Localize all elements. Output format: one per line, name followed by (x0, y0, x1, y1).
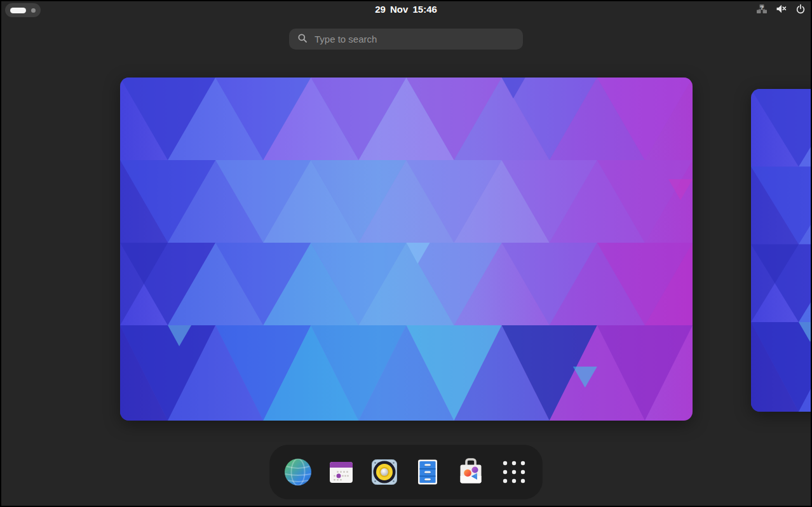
software-store-bag-icon (456, 457, 486, 487)
active-workspace-pill (10, 8, 26, 13)
search-input[interactable] (313, 33, 515, 45)
app-music-player[interactable] (369, 457, 400, 487)
app-file-manager[interactable] (412, 457, 443, 487)
workspace-preview-current[interactable] (120, 78, 693, 421)
show-applications-button[interactable] (499, 457, 529, 487)
network-wired-unknown-icon: ? (756, 4, 768, 14)
music-speaker-icon (369, 457, 400, 487)
file-manager-cabinet-icon (412, 457, 443, 487)
svg-text:?: ? (760, 4, 764, 11)
inactive-workspace-dot (31, 8, 36, 13)
top-bar: 29 Nov 15:46 ? (0, 0, 812, 18)
workspace-indicator-pill[interactable] (5, 3, 41, 17)
clock[interactable]: 29 Nov 15:46 (375, 4, 437, 15)
calendar-icon (326, 457, 356, 487)
volume-muted-icon (776, 4, 787, 14)
system-status-area[interactable]: ? (756, 0, 806, 18)
dash (269, 445, 543, 499)
web-browser-globe-icon (283, 457, 313, 487)
app-software-store[interactable] (456, 457, 486, 487)
wallpaper-art (751, 89, 812, 412)
app-calendar[interactable] (326, 457, 356, 487)
workspace-preview-next[interactable] (751, 89, 812, 412)
power-icon (795, 4, 806, 14)
wallpaper-art (120, 78, 693, 421)
search-icon (297, 33, 308, 46)
app-web-browser[interactable] (283, 457, 313, 487)
show-applications-grid-icon (499, 457, 529, 487)
search-bar (289, 29, 523, 50)
